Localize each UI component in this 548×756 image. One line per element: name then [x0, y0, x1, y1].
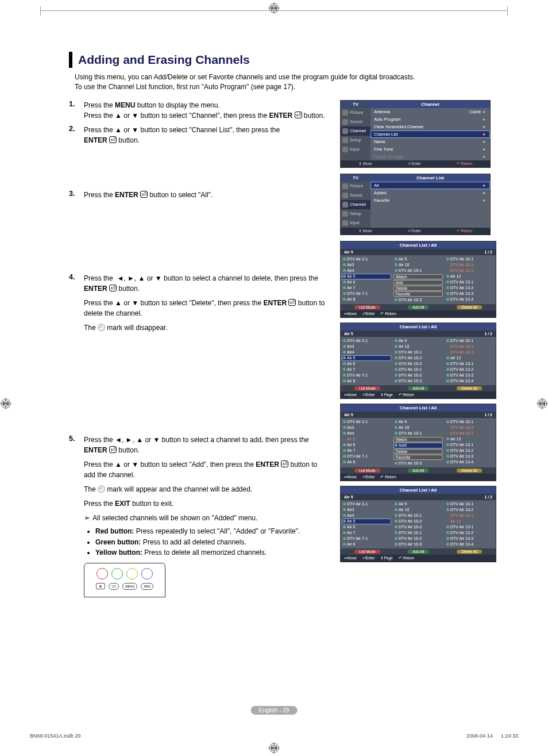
enter-icon: ⏎ — [140, 191, 148, 198]
registration-mark-icon — [268, 2, 280, 14]
enter-icon: ⏎ — [109, 285, 117, 291]
note-icon: ➢ — [84, 513, 90, 522]
page-number-pill: English - 29 — [251, 706, 298, 715]
remote-illustration: CC MENU SRS — [84, 563, 165, 597]
osd-channel-list-menu: TVPictureSoundChannelSetupInput Channel … — [340, 174, 491, 235]
page-title: Adding and Erasing Channels — [78, 53, 250, 67]
channel-list-screen: Channel List / All Air 51 / 2 DTV Air 2-… — [340, 404, 496, 481]
registration-mark-icon — [0, 398, 11, 409]
registration-mark-icon — [268, 742, 280, 754]
record-icon — [96, 583, 105, 589]
channel-list-screen: Channel List / All Air 51 / 2 DTV Air 2-… — [340, 486, 496, 562]
step-2: 2. Press the ▲ or ▼ button to select "Ch… — [69, 125, 334, 146]
intro-text: Using this menu, you can Add/Delete or s… — [75, 72, 496, 92]
step-5: 5. Press the ◄, ►, ▲ or ▼ button to sele… — [69, 435, 334, 597]
step-3: 3. Press the ENTER ⏎ button to select "A… — [69, 190, 334, 201]
footer-filename: BN68-01541A.indb 29 — [30, 733, 81, 739]
channel-list-screen: Channel List / All Air 51 / 2 DTV Air 2-… — [340, 241, 496, 318]
footer-timestamp: 2008-04-14 1:24:33 — [466, 733, 518, 739]
channel-list-screen: Channel List / All Air 51 / 2 DTV Air 2-… — [340, 323, 496, 399]
registration-mark-icon — [537, 398, 548, 409]
enter-icon: ⏎ — [288, 299, 296, 306]
step-1: 1. Press the MENU button to display the … — [69, 100, 334, 121]
check-mark-icon — [98, 485, 105, 493]
step-4: 4. Press the ◄, ►, ▲ or ▼ button to sele… — [69, 273, 334, 333]
enter-icon: ⏎ — [295, 112, 302, 118]
check-mark-icon — [98, 324, 105, 331]
enter-icon: ⏎ — [109, 446, 117, 453]
enter-icon: ⏎ — [109, 136, 117, 143]
osd-channel-menu: TVPictureSoundChannelSetupInput ChannelA… — [340, 100, 491, 168]
title-bar-icon — [69, 52, 72, 68]
enter-icon: ⏎ — [281, 460, 288, 467]
